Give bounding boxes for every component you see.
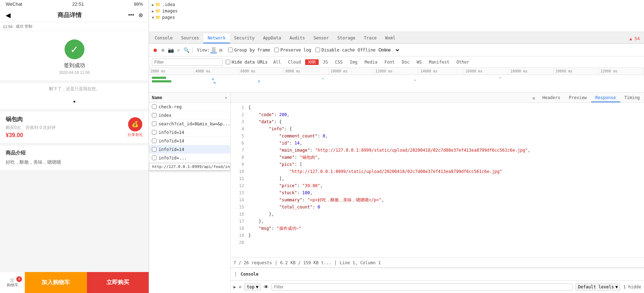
close-name-panel[interactable]: ✕ [225, 95, 227, 100]
stop-icon[interactable]: ⊘ [239, 284, 241, 289]
hide-data-urls-input[interactable] [226, 60, 230, 64]
tab-headers[interactable]: Headers [538, 94, 565, 102]
filter-tag-ws[interactable]: WS [414, 59, 424, 65]
filter-tag-css[interactable]: CSS [332, 59, 346, 65]
code-text: }, [248, 211, 274, 217]
tab-sensor[interactable]: Sensor [309, 33, 333, 43]
item-checkbox[interactable] [152, 104, 156, 109]
collect-count: 共收到 0 次好评 [26, 125, 56, 130]
preview-label: 成功 管制 [16, 24, 32, 29]
tab-security[interactable]: Security [230, 33, 259, 43]
offline-select[interactable]: Offline Online Offline Slow 3G Fast 3G [358, 47, 401, 53]
code-line: 14 "summary": "<p>好吃，酥脆，美味，嗯嗯嗯</p>", [231, 196, 644, 204]
item-checkbox[interactable] [152, 139, 156, 143]
camera-icon[interactable]: 📷 [167, 47, 174, 53]
item-checkbox[interactable] [152, 130, 156, 135]
tab-network[interactable]: Network [203, 33, 230, 43]
filter-tag-js[interactable]: JS [320, 59, 331, 65]
error-count: ▲ 54 [627, 34, 643, 43]
tab-console[interactable]: Console [150, 33, 177, 43]
share-button[interactable]: 💰 分享有礼 [127, 117, 143, 137]
filter-tag-media[interactable]: Media [362, 59, 380, 65]
group-frame-checkbox[interactable]: Group by frame [228, 48, 270, 53]
tab-sources[interactable]: Sources [177, 33, 204, 43]
code-text: "code": 200, [248, 112, 290, 118]
tab-trace[interactable]: Trace [359, 33, 381, 43]
filter-tag-img[interactable]: Img [347, 59, 360, 65]
tab-timing[interactable]: Timing [620, 94, 644, 102]
filter-tag-manifest[interactable]: Manifest [426, 59, 452, 65]
search-icon[interactable]: 🔍 [183, 47, 189, 53]
filter-input[interactable] [152, 59, 223, 66]
filter-tag-other[interactable]: Other [453, 59, 472, 65]
filter-icon[interactable]: ⊘ [175, 47, 182, 53]
filter-tag-cloud[interactable]: Cloud [285, 59, 304, 65]
tab-storage[interactable]: Storage [333, 33, 360, 43]
code-line: 20 [231, 239, 644, 246]
close-icon[interactable]: ⊗ [138, 12, 143, 18]
record-icon[interactable]: ⏺ [152, 47, 158, 53]
devtools-panel: ▶ 📁 .idea ▶ 📁 images ▼ 📁 pages Console S… [149, 0, 644, 293]
timeline-mark: 22000 ms [599, 68, 644, 75]
product-desc-title: 商品介绍 [6, 150, 143, 156]
waterfall-view-icon[interactable]: ⊟ [218, 47, 224, 53]
line-number: 2 [233, 112, 244, 118]
list-item[interactable]: info?id=14 [149, 128, 230, 137]
code-line: 15 "total_count": 0 [231, 204, 644, 211]
cart-button[interactable]: 4 🛒 购物车 [0, 276, 25, 289]
play-icon[interactable]: ▶ [233, 284, 236, 289]
group-frame-input[interactable] [228, 48, 233, 52]
list-item[interactable]: info?id=14 [149, 137, 230, 145]
item-checkbox[interactable] [152, 113, 156, 118]
tab-appdata[interactable]: AppData [259, 33, 286, 43]
list-item[interactable]: search?cat_id=0&mix_kw=&p... [149, 120, 230, 128]
add-to-cart-button[interactable]: 加入购物车 [25, 272, 87, 293]
buy-now-button[interactable]: 立即购买 [87, 272, 149, 293]
filter-tag-doc[interactable]: Doc [399, 59, 413, 65]
stop-icon[interactable]: ⊘ [160, 47, 166, 53]
tree-arrow-icon: ▼ [152, 16, 154, 20]
filter-tag-xhr[interactable]: XHR [305, 59, 319, 65]
preserve-log-input[interactable] [274, 48, 279, 52]
item-checkbox[interactable] [152, 147, 156, 152]
eye-icon[interactable]: 👁 [264, 284, 269, 290]
tree-item-pages[interactable]: ▼ 📁 pages [149, 14, 644, 21]
console-scope[interactable]: top ▼ [244, 283, 261, 291]
disable-cache-checkbox[interactable]: Disable cache [315, 48, 355, 53]
disable-cache-input[interactable] [315, 48, 320, 52]
item-checkbox[interactable] [152, 156, 156, 160]
tab-preview[interactable]: Preview [565, 94, 591, 102]
timeline-mark: 10000 ms [329, 68, 374, 75]
preview-bar: 11:56 成功 管制 [0, 22, 149, 31]
code-text: "main_image": "http://127.0.0.1:8999/sta… [248, 147, 530, 153]
tree-item-images[interactable]: ▶ 📁 images [149, 8, 644, 14]
console-level[interactable]: Default levels ▼ [576, 283, 620, 291]
back-icon[interactable]: ◀ [6, 11, 11, 19]
list-item[interactable]: info?id=14 [149, 145, 230, 154]
console-filter-input[interactable] [271, 283, 573, 291]
more-icon[interactable]: ••• [128, 12, 134, 18]
list-item[interactable]: info?id=... [149, 154, 230, 162]
code-line: 2 "code": 200, [231, 111, 644, 118]
tab-response[interactable]: Response [591, 94, 620, 102]
code-line: 5 "comment_count": 0, [231, 132, 644, 140]
list-item[interactable]: index [149, 111, 230, 120]
view-text: View: [197, 48, 210, 53]
tab-wxml[interactable]: Wxml [381, 33, 400, 43]
console-menu-icon[interactable]: ⋮ [233, 272, 238, 277]
network-throttle-select[interactable]: Online Offline Slow 3G Fast 3G [377, 47, 400, 53]
tab-audits[interactable]: Audits [285, 33, 309, 43]
filter-tag-all[interactable]: All [270, 59, 284, 65]
item-checkbox[interactable] [152, 121, 156, 126]
close-panel-button[interactable]: ✕ [529, 94, 538, 102]
list-view-icon[interactable]: ☰ [210, 47, 217, 53]
tree-item-idea[interactable]: ▶ 📁 .idea [149, 1, 644, 8]
console-footer: ⋮ Console [231, 267, 644, 280]
filter-tag-font[interactable]: Font [382, 59, 398, 65]
product-info: 锅包肉 购买0次 共收到 0 次好评 ¥39.00 [6, 116, 127, 139]
list-item[interactable]: check-reg [149, 103, 230, 111]
current-time: 22:51 [72, 1, 84, 7]
preserve-log-checkbox[interactable]: Preserve log [274, 48, 311, 53]
hide-data-urls-checkbox[interactable]: Hide data URLs [226, 60, 268, 65]
item-name: info?id=14 [159, 139, 184, 143]
